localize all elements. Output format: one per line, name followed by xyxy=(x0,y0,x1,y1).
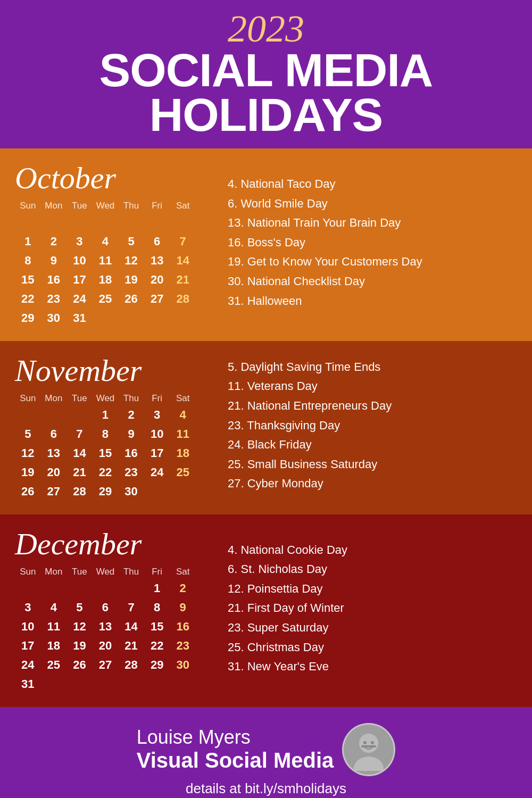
cal-day: 9 xyxy=(41,252,67,270)
month-name-october: October xyxy=(15,161,217,195)
event-item: 31. New Year's Eve xyxy=(228,659,517,675)
footer-brand: Visual Social Media xyxy=(137,749,334,772)
cal-dow: Tue xyxy=(66,201,93,211)
cal-day: 22 xyxy=(93,463,119,481)
cal-day: 18 xyxy=(93,271,119,289)
cal-day: 26 xyxy=(118,290,144,308)
events-october: 4. National Taco Day6. World Smile Day13… xyxy=(217,161,517,328)
svg-point-3 xyxy=(371,741,374,744)
cal-day: 11 xyxy=(170,425,196,443)
svg-point-2 xyxy=(363,741,367,744)
cal-grid-december: SunMonTueWedThuFriSat0000012345678910111… xyxy=(15,567,196,693)
cal-day: 29 xyxy=(144,656,170,674)
month-name-december: December xyxy=(15,527,217,561)
cal-day: 8 xyxy=(144,598,170,617)
calendar-november: NovemberSunMonTueWedThuFriSat00012345678… xyxy=(15,354,217,502)
cal-day: 28 xyxy=(66,483,93,501)
cal-grid-october: SunMonTueWedThuFriSat0000000123456789101… xyxy=(15,201,196,327)
cal-day: 7 xyxy=(118,598,144,617)
cal-day: 27 xyxy=(41,483,67,501)
cal-day: 2 xyxy=(41,232,67,251)
cal-dow: Sat xyxy=(170,201,196,211)
cal-day: 30 xyxy=(118,483,144,501)
footer: Louise Myers Visual Social Media details… xyxy=(0,707,532,798)
cal-dow: Tue xyxy=(66,393,93,404)
cal-dow: Mon xyxy=(41,393,67,404)
event-item: 23. Thanksgiving Day xyxy=(228,418,517,434)
calendar-october: OctoberSunMonTueWedThuFriSat000000012345… xyxy=(15,161,217,328)
event-item: 11. Veterans Day xyxy=(228,379,517,394)
cal-dow: Wed xyxy=(93,393,119,404)
cal-day: 14 xyxy=(170,252,196,270)
cal-day: 3 xyxy=(15,598,41,617)
event-item: 21. National Entrepreneurs Day xyxy=(228,398,517,414)
cal-day: 11 xyxy=(41,618,67,636)
cal-day: 21 xyxy=(118,637,144,655)
cal-day: 31 xyxy=(66,309,93,327)
svg-point-0 xyxy=(359,734,378,753)
cal-day: 19 xyxy=(15,463,41,481)
cal-day: 17 xyxy=(15,637,41,655)
cal-dow: Sat xyxy=(170,393,196,404)
cal-dow: Mon xyxy=(41,567,67,577)
event-item: 31. Halloween xyxy=(228,294,517,309)
cal-day: 21 xyxy=(170,271,196,289)
cal-day: 22 xyxy=(144,637,170,655)
cal-dow: Sun xyxy=(15,201,41,211)
event-item: 27. Cyber Monday xyxy=(228,476,517,492)
cal-grid-november: SunMonTueWedThuFriSat0001234567891011121… xyxy=(15,393,196,501)
event-item: 12. Poinsettia Day xyxy=(228,581,517,597)
cal-day: 14 xyxy=(118,618,144,636)
cal-dow: Sun xyxy=(15,393,41,404)
cal-day: 5 xyxy=(15,425,41,443)
event-item: 24. Black Friday xyxy=(228,437,517,453)
cal-day: 24 xyxy=(15,656,41,674)
cal-day: 3 xyxy=(66,232,93,251)
cal-day: 26 xyxy=(15,483,41,501)
cal-day: 11 xyxy=(93,252,119,270)
cal-day: 2 xyxy=(170,579,196,597)
cal-dow: Thu xyxy=(118,201,144,211)
cal-day: 26 xyxy=(66,656,93,674)
cal-day: 27 xyxy=(144,290,170,308)
events-december: 4. National Cookie Day6. St. Nicholas Da… xyxy=(217,527,517,694)
cal-day: 2 xyxy=(118,406,144,424)
footer-url: details at bit.ly/smholidays xyxy=(186,780,346,797)
cal-day: 16 xyxy=(41,271,67,289)
cal-day: 25 xyxy=(170,463,196,481)
event-item: 23. Super Saturday xyxy=(228,620,517,636)
cal-day: 15 xyxy=(144,618,170,636)
cal-day: 15 xyxy=(15,271,41,289)
event-item: 16. Boss's Day xyxy=(228,235,517,251)
cal-day: 13 xyxy=(144,252,170,270)
cal-dow: Wed xyxy=(93,567,119,577)
cal-dow: Sat xyxy=(170,567,196,577)
cal-day: 12 xyxy=(118,252,144,270)
cal-day: 8 xyxy=(15,252,41,270)
cal-day: 12 xyxy=(15,444,41,462)
cal-day: 29 xyxy=(15,309,41,327)
year-label: 2023 xyxy=(11,10,521,48)
cal-day: 22 xyxy=(15,290,41,308)
cal-day: 16 xyxy=(118,444,144,462)
event-item: 13. National Train Your Brain Day xyxy=(228,215,517,231)
cal-dow: Thu xyxy=(118,393,144,404)
event-item: 21. First Day of Winter xyxy=(228,601,517,616)
cal-day: 13 xyxy=(93,618,119,636)
cal-day: 20 xyxy=(144,271,170,289)
cal-dow: Sun xyxy=(15,567,41,577)
month-section-december: DecemberSunMonTueWedThuFriSat00000123456… xyxy=(0,514,532,707)
event-item: 25. Small Business Saturday xyxy=(228,457,517,472)
cal-day: 20 xyxy=(93,637,119,655)
cal-day: 4 xyxy=(41,598,67,617)
cal-day: 24 xyxy=(144,463,170,481)
cal-day: 6 xyxy=(144,232,170,251)
cal-day: 6 xyxy=(41,425,67,443)
cal-day: 6 xyxy=(93,598,119,617)
cal-day: 29 xyxy=(93,483,119,501)
cal-day: 4 xyxy=(93,232,119,251)
cal-day: 1 xyxy=(144,579,170,597)
cal-dow: Thu xyxy=(118,567,144,577)
event-item: 30. National Checklist Day xyxy=(228,274,517,289)
event-item: 4. National Taco Day xyxy=(228,177,517,192)
